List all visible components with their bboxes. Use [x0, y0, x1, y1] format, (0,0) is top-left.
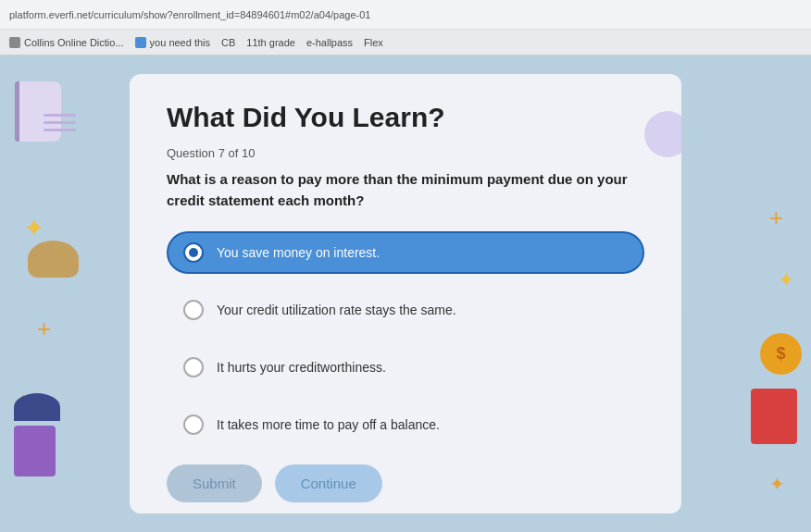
- answer-option-3[interactable]: It hurts your creditworthiness.: [167, 346, 644, 389]
- star-icon-bottomright: ✦: [769, 473, 785, 495]
- tab-flex-label: Flex: [364, 37, 383, 48]
- book-line-2: [44, 121, 76, 124]
- left-decoration: ✦ ✦ +: [0, 56, 120, 532]
- tab-youneedthis[interactable]: you need this: [135, 37, 210, 48]
- main-wrapper: ✦ ✦ + What Did You Learn? Question 7 of …: [0, 56, 811, 532]
- browser-tab-bar: Collins Online Dictio... you need this C…: [0, 30, 811, 56]
- coin-deco: $: [760, 333, 802, 375]
- answer-label-3: It hurts your creditworthiness.: [217, 360, 386, 375]
- tab-youneedthis-label: you need this: [150, 37, 210, 48]
- tab-favicon-2: [135, 37, 146, 48]
- radio-3: [183, 357, 204, 377]
- question-number: Question 7 of 10: [167, 146, 644, 160]
- browser-url: platform.everfi.net/curriculum/show?enro…: [9, 9, 370, 20]
- question-text: What is a reason to pay more than the mi…: [167, 169, 644, 211]
- radio-inner-1: [189, 248, 198, 257]
- book-lines: [44, 114, 76, 136]
- folder-deco-right: [751, 389, 797, 444]
- answer-label-2: Your credit utilization rate stays the s…: [217, 303, 456, 317]
- answer-option-1[interactable]: You save money on interest.: [167, 231, 644, 274]
- answer-label-1: You save money on interest.: [217, 245, 380, 260]
- answer-option-4[interactable]: It takes more time to pay off a balance.: [167, 403, 644, 446]
- tab-grade-label: 11th grade: [246, 37, 295, 48]
- radio-4: [183, 414, 204, 435]
- plus-icon-left: +: [37, 315, 51, 343]
- tab-flex[interactable]: Flex: [364, 37, 383, 48]
- continue-button[interactable]: Continue: [275, 464, 382, 502]
- tab-cb[interactable]: CB: [221, 37, 235, 48]
- answer-label-4: It takes more time to pay off a balance.: [217, 417, 440, 432]
- tab-favicon: [9, 37, 20, 48]
- radio-2: [183, 300, 204, 320]
- radio-1: [183, 242, 204, 263]
- tab-ehallpass-label: e-hallpass: [306, 37, 353, 48]
- tab-collins-label: Collins Online Dictio...: [24, 37, 124, 48]
- action-buttons-row: Submit Continue: [167, 464, 644, 502]
- right-decoration: ✦ ✦ + $: [691, 56, 811, 532]
- tab-grade[interactable]: 11th grade: [246, 37, 295, 48]
- star-icon-topleft: ✦: [23, 213, 44, 243]
- book-line-1: [44, 114, 76, 117]
- tab-collins[interactable]: Collins Online Dictio...: [9, 37, 124, 48]
- answer-option-2[interactable]: Your credit utilization rate stays the s…: [167, 289, 644, 331]
- browser-address-bar[interactable]: platform.everfi.net/curriculum/show?enro…: [0, 0, 811, 30]
- star-icon-topright: ✦: [778, 268, 794, 292]
- deco-circle-right: [644, 111, 681, 157]
- plus-icon-right: +: [769, 204, 783, 232]
- quiz-card: What Did You Learn? Question 7 of 10 Wha…: [130, 74, 681, 513]
- burger-deco: [28, 241, 79, 278]
- tab-ehallpass[interactable]: e-hallpass: [306, 37, 353, 48]
- book-line-3: [44, 129, 76, 131]
- submit-button[interactable]: Submit: [167, 464, 262, 502]
- page-title: What Did You Learn?: [167, 102, 644, 133]
- hat-deco: [14, 393, 60, 421]
- tab-cb-label: CB: [221, 37, 235, 48]
- folder-deco-left: [14, 426, 56, 476]
- notebook-deco: [15, 81, 61, 142]
